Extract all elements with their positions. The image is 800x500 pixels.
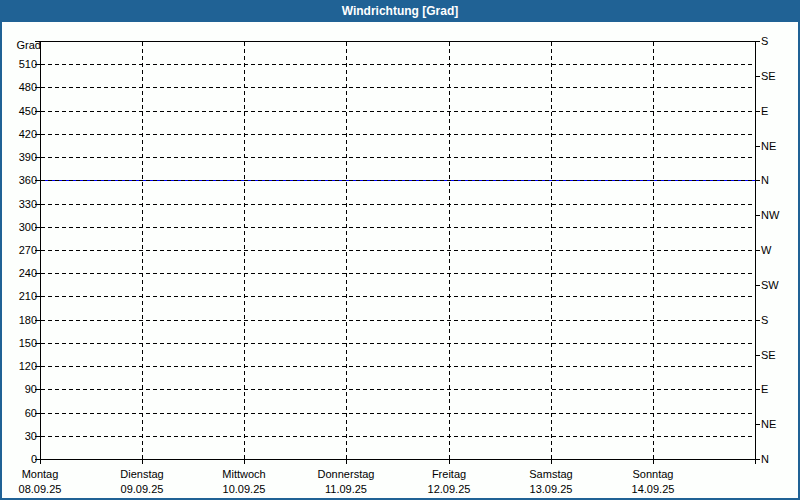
y-axis-tick-label: 0 xyxy=(0,452,37,466)
y-axis-tick-label: 150 xyxy=(0,336,37,350)
y-axis-tick-label: 300 xyxy=(0,220,37,234)
compass-tick-label: S xyxy=(761,313,768,327)
y-axis-tick-label: 480 xyxy=(0,80,37,94)
v-gridline xyxy=(449,42,450,459)
y2-axis-tick xyxy=(756,459,760,460)
h-gridline xyxy=(41,413,755,414)
day-date: 14.09.25 xyxy=(603,482,703,497)
y2-axis-tick xyxy=(756,424,760,425)
h-gridline xyxy=(41,64,755,65)
y-axis-tick xyxy=(35,41,40,42)
day-name: Mittwoch xyxy=(194,467,294,482)
day-date: 09.09.25 xyxy=(92,482,192,497)
y2-axis-tick xyxy=(756,76,760,77)
day-date: 12.09.25 xyxy=(399,482,499,497)
y2-axis-tick xyxy=(756,41,760,42)
day-date: 13.09.25 xyxy=(501,482,601,497)
day-name: Sonntag xyxy=(603,467,703,482)
compass-tick-label: S xyxy=(761,34,768,48)
x-axis-day-label: Freitag12.09.25 xyxy=(399,467,499,497)
y-axis-tick-label: 270 xyxy=(0,243,37,257)
h-gridline xyxy=(41,296,755,297)
h-gridline xyxy=(41,87,755,88)
v-gridline xyxy=(653,42,654,459)
h-gridline xyxy=(41,366,755,367)
x-axis-tick xyxy=(449,460,450,464)
y-axis-tick-label: 450 xyxy=(0,104,37,118)
compass-tick-label: NW xyxy=(761,208,779,222)
y2-axis-tick xyxy=(756,180,760,181)
v-gridline xyxy=(346,42,347,459)
x-axis-tick xyxy=(40,460,41,464)
x-axis-day-label: Sonntag14.09.25 xyxy=(603,467,703,497)
h-gridline xyxy=(41,157,755,158)
compass-tick-label: E xyxy=(761,382,768,396)
x-axis-day-label: Montag08.09.25 xyxy=(0,467,90,497)
h-gridline xyxy=(41,320,755,321)
compass-tick-label: N xyxy=(761,452,769,466)
y-axis-tick-label: 240 xyxy=(0,266,37,280)
compass-tick-label: SE xyxy=(761,69,776,83)
y2-axis-tick xyxy=(756,215,760,216)
day-date: 08.09.25 xyxy=(0,482,90,497)
day-name: Montag xyxy=(0,467,90,482)
h-gridline xyxy=(41,250,755,251)
h-gridline xyxy=(41,436,755,437)
x-axis-tick xyxy=(653,460,654,464)
y2-axis-tick xyxy=(756,389,760,390)
h-gridline xyxy=(41,389,755,390)
compass-tick-label: E xyxy=(761,104,768,118)
compass-tick-label: NE xyxy=(761,417,776,431)
y-axis-tick-label: 510 xyxy=(0,57,37,71)
y-axis-tick-label: 420 xyxy=(0,127,37,141)
chart-title: Windrichtung [Grad] xyxy=(0,0,800,22)
y2-axis-tick xyxy=(756,146,760,147)
x-axis-tick xyxy=(755,460,756,464)
h-gridline xyxy=(41,273,755,274)
compass-tick-label: SW xyxy=(761,278,779,292)
x-axis-day-label: Mittwoch10.09.25 xyxy=(194,467,294,497)
v-gridline xyxy=(244,42,245,459)
compass-tick-label: N xyxy=(761,173,769,187)
y2-axis-tick xyxy=(756,355,760,356)
x-axis-tick xyxy=(244,460,245,464)
v-gridline xyxy=(551,42,552,459)
day-name: Freitag xyxy=(399,467,499,482)
x-axis-day-label: Donnerstag11.09.25 xyxy=(296,467,396,497)
x-axis-tick xyxy=(551,460,552,464)
h-gridline xyxy=(41,111,755,112)
y-axis-tick-label: 360 xyxy=(0,173,37,187)
x-axis-day-label: Samstag13.09.25 xyxy=(501,467,601,497)
y-axis-tick-label: 330 xyxy=(0,197,37,211)
weather-chart-window: Windrichtung [Grad] Grad 030609012015018… xyxy=(0,0,800,500)
y2-axis-tick xyxy=(756,250,760,251)
compass-tick-label: NE xyxy=(761,139,776,153)
h-gridline xyxy=(41,227,755,228)
y2-axis-tick xyxy=(756,320,760,321)
day-name: Donnerstag xyxy=(296,467,396,482)
y2-axis-tick xyxy=(756,111,760,112)
y-axis-tick-label: 210 xyxy=(0,289,37,303)
y-axis-tick-label: 390 xyxy=(0,150,37,164)
h-gridline xyxy=(41,343,755,344)
y-axis-tick-label: 60 xyxy=(0,406,37,420)
y-axis-tick-label: 180 xyxy=(0,313,37,327)
h-gridline xyxy=(41,180,755,181)
h-gridline xyxy=(41,204,755,205)
y-axis-tick-label: 30 xyxy=(0,429,37,443)
x-axis-tick xyxy=(346,460,347,464)
y-axis-tick-label: 120 xyxy=(0,359,37,373)
v-gridline xyxy=(142,42,143,459)
x-axis-day-label: Dienstag09.09.25 xyxy=(92,467,192,497)
compass-tick-label: W xyxy=(761,243,771,257)
y2-axis-tick xyxy=(756,285,760,286)
compass-tick-label: SE xyxy=(761,348,776,362)
day-name: Samstag xyxy=(501,467,601,482)
day-date: 11.09.25 xyxy=(296,482,396,497)
y-axis-tick-label: 90 xyxy=(0,382,37,396)
x-axis-tick xyxy=(142,460,143,464)
day-date: 10.09.25 xyxy=(194,482,294,497)
h-gridline xyxy=(41,134,755,135)
day-name: Dienstag xyxy=(92,467,192,482)
